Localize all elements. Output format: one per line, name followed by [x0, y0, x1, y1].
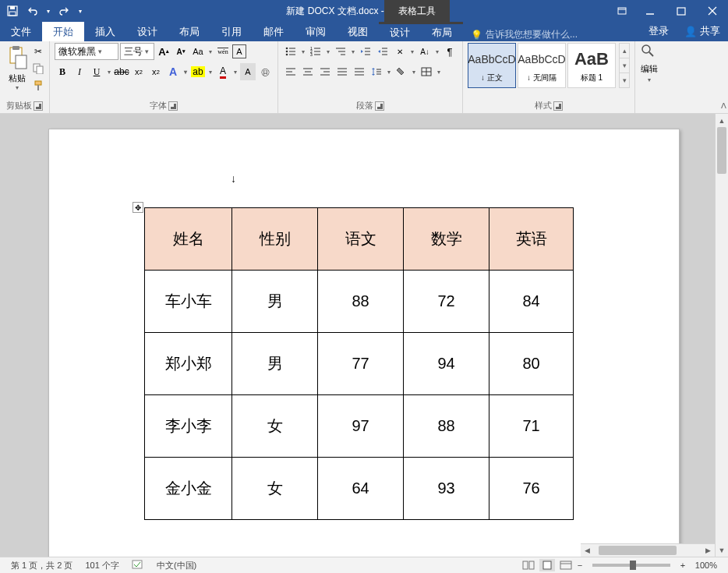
vertical-scrollbar[interactable]: ▲ ▼ [715, 114, 728, 557]
table-row[interactable]: 车小车 男 88 72 84 [145, 271, 574, 333]
style-nospacing[interactable]: AaBbCcD ↓ 无间隔 [518, 43, 566, 88]
undo-button[interactable] [23, 2, 42, 20]
tab-references[interactable]: 引用 [210, 22, 253, 41]
tab-insert[interactable]: 插入 [84, 22, 126, 41]
numbering-button[interactable]: 123 [308, 43, 331, 60]
zoom-level[interactable]: 100% [689, 561, 723, 570]
scroll-thumb[interactable] [717, 127, 726, 174]
clipboard-dialog-launcher[interactable] [34, 101, 43, 111]
table-cell[interactable]: 77 [318, 333, 404, 395]
save-button[interactable] [3, 2, 22, 20]
tab-mail[interactable]: 邮件 [253, 22, 295, 41]
document-table[interactable]: 姓名 性别 语文 数学 英语 车小车 男 88 72 84 郑小郑 男 77 9… [144, 207, 574, 520]
superscript-button[interactable]: x2 [148, 63, 164, 80]
scroll-down-button[interactable]: ▼ [716, 543, 728, 557]
zoom-slider-thumb[interactable] [630, 561, 636, 570]
sort-button[interactable]: A↓ [417, 43, 440, 60]
table-cell[interactable]: 80 [489, 333, 574, 395]
zoom-slider[interactable] [592, 564, 670, 567]
char-shading-button[interactable]: A [240, 63, 256, 80]
tab-layout[interactable]: 布局 [168, 22, 210, 41]
paste-label[interactable]: 粘贴 [9, 73, 26, 84]
paste-dropdown[interactable]: ▾ [16, 84, 19, 91]
char-border-button[interactable]: A [232, 44, 246, 58]
table-cell[interactable]: 88 [404, 395, 489, 458]
table-header-cell[interactable]: 数学 [404, 208, 489, 271]
table-cell[interactable]: 76 [489, 458, 574, 520]
table-cell[interactable]: 72 [404, 271, 489, 333]
font-color-button[interactable]: A [215, 63, 239, 80]
asian-layout-button[interactable]: ✕ [392, 43, 415, 60]
table-header-cell[interactable]: 性别 [232, 208, 318, 271]
editing-label[interactable]: 编辑 [641, 63, 658, 75]
ribbon-options-button[interactable] [610, 0, 634, 22]
highlight-button[interactable]: ab [190, 63, 214, 80]
signin-button[interactable]: 登录 [641, 21, 677, 41]
table-row[interactable]: 金小金 女 64 93 76 [145, 458, 574, 520]
read-mode-button[interactable] [521, 559, 536, 571]
style-heading1[interactable]: AaB 标题 1 [567, 43, 616, 88]
spellcheck-status[interactable] [125, 560, 150, 571]
table-cell[interactable]: 94 [404, 333, 489, 395]
table-header-cell[interactable]: 语文 [318, 208, 404, 271]
cut-button[interactable]: ✂ [31, 44, 45, 58]
show-marks-button[interactable]: ¶ [442, 43, 458, 60]
decrease-indent-button[interactable] [358, 43, 373, 60]
tab-design[interactable]: 设计 [126, 22, 168, 41]
multilevel-list-button[interactable] [333, 43, 356, 60]
quick-access-customize[interactable]: ▾ [75, 2, 86, 20]
print-layout-button[interactable] [539, 559, 555, 571]
table-cell[interactable]: 男 [232, 333, 318, 395]
shading-button[interactable] [394, 63, 417, 80]
bullets-button[interactable] [283, 43, 306, 60]
table-cell[interactable]: 84 [489, 271, 574, 333]
page[interactable]: ↓ ✥ 姓名 性别 语文 数学 英语 车小车 男 88 72 84 郑小郑 男 … [48, 129, 680, 557]
table-cell[interactable]: 71 [489, 395, 574, 458]
align-justify-button[interactable] [334, 63, 350, 80]
italic-button[interactable]: I [72, 63, 87, 80]
zoom-in-button[interactable]: + [677, 561, 689, 570]
underline-button[interactable]: U [89, 63, 112, 80]
paste-button[interactable] [5, 43, 30, 73]
subscript-button[interactable]: x2 [131, 63, 147, 80]
text-effects-button[interactable]: A [165, 63, 189, 80]
table-cell[interactable]: 李小李 [145, 395, 232, 458]
font-dialog-launcher[interactable] [168, 101, 178, 111]
align-right-button[interactable] [317, 63, 333, 80]
maximize-button[interactable] [666, 0, 697, 22]
hscroll-thumb[interactable] [599, 546, 677, 555]
bold-button[interactable]: B [55, 63, 70, 80]
word-count-status[interactable]: 101 个字 [79, 560, 125, 571]
distributed-button[interactable] [352, 63, 367, 80]
table-cell[interactable]: 金小金 [145, 458, 232, 520]
tab-home[interactable]: 开始 [42, 22, 84, 41]
gallery-more-button[interactable]: ▾ [620, 73, 629, 87]
enclose-char-button[interactable]: ㊐ [257, 63, 273, 80]
paragraph-dialog-launcher[interactable] [375, 101, 384, 111]
horizontal-scrollbar[interactable]: ◀ ▶ [581, 543, 715, 557]
zoom-out-button[interactable]: − [574, 561, 586, 570]
scroll-left-button[interactable]: ◀ [581, 544, 594, 557]
table-cell[interactable]: 车小车 [145, 271, 232, 333]
format-painter-button[interactable] [31, 79, 45, 93]
close-button[interactable] [697, 0, 728, 22]
phonetic-guide-button[interactable]: wén [215, 43, 231, 60]
tab-review[interactable]: 审阅 [295, 22, 337, 41]
collapse-ribbon-button[interactable]: ᐱ [721, 101, 726, 110]
borders-button[interactable] [419, 63, 442, 80]
line-spacing-button[interactable] [369, 63, 392, 80]
table-cell[interactable]: 郑小郑 [145, 333, 232, 395]
scroll-right-button[interactable]: ▶ [701, 544, 715, 557]
undo-dropdown[interactable]: ▾ [44, 2, 53, 20]
table-cell[interactable]: 93 [404, 458, 489, 520]
styles-dialog-launcher[interactable] [553, 101, 563, 111]
language-status[interactable]: 中文(中国) [150, 560, 203, 571]
tab-file[interactable]: 文件 [0, 22, 42, 41]
table-cell[interactable]: 男 [232, 271, 318, 333]
table-cell[interactable]: 88 [318, 271, 404, 333]
gallery-up-button[interactable]: ▴ [620, 44, 629, 58]
align-left-button[interactable] [283, 63, 299, 80]
table-row[interactable]: 李小李 女 97 88 71 [145, 395, 574, 458]
web-layout-button[interactable] [558, 559, 574, 571]
table-move-handle[interactable]: ✥ [133, 202, 143, 213]
